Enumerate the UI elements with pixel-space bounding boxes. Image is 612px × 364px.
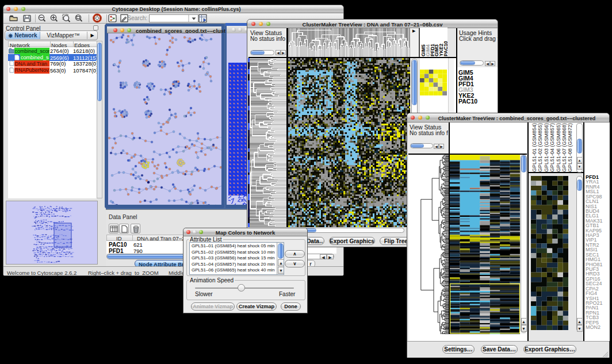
svg-text:PAC10: PAC10 xyxy=(443,41,447,56)
svg-text:Search:: Search: xyxy=(128,15,147,21)
svg-text:GPL51-02 (GSM855): GPL51-02 (GSM855) xyxy=(537,123,543,172)
svg-text:GPL51-08 (GSM872): GPL51-08 (GSM872) xyxy=(567,123,573,172)
svg-text:GPL51-03 (GSM856): GPL51-03 (GSM856) xyxy=(544,123,549,172)
svg-text:GPL51-07 (GSM868): GPL51-07 (GSM868) xyxy=(561,123,567,172)
svg-text:GPL51-01 (GSM854): GPL51-01 (GSM854) xyxy=(531,123,537,172)
svg-text:GPL51-06 (GSM865): GPL51-06 (GSM865) xyxy=(556,123,561,172)
svg-text:GPL51-04 (GSM857): GPL51-04 (GSM857) xyxy=(549,123,555,172)
